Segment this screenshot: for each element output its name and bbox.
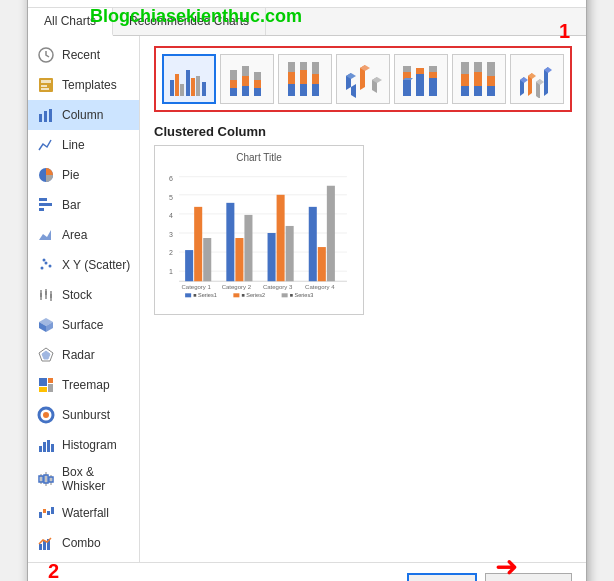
svg-rect-75 — [312, 84, 319, 96]
column-icon — [36, 105, 56, 125]
sunburst-icon — [36, 405, 56, 425]
sidebar-item-column[interactable]: Column — [28, 100, 139, 130]
svg-rect-35 — [43, 442, 46, 452]
chart-thumb-3d-column[interactable] — [510, 54, 564, 104]
sidebar-label-bar: Bar — [62, 198, 81, 212]
svg-rect-6 — [44, 111, 47, 122]
stock-icon — [36, 285, 56, 305]
svg-rect-30 — [48, 384, 53, 392]
sidebar-item-radar[interactable]: Radar — [28, 340, 139, 370]
sidebar-item-surface[interactable]: Surface — [28, 310, 139, 340]
sidebar-item-treemap[interactable]: Treemap — [28, 370, 139, 400]
svg-rect-135 — [318, 247, 326, 281]
chart-thumb-3d-100stacked[interactable] — [452, 54, 506, 104]
svg-rect-7 — [49, 109, 52, 122]
svg-rect-91 — [429, 66, 437, 72]
waterfall-icon — [36, 503, 56, 523]
sidebar-item-stock[interactable]: Stock — [28, 280, 139, 310]
svg-rect-10 — [39, 203, 52, 206]
sidebar-label-line: Line — [62, 138, 85, 152]
svg-rect-4 — [41, 88, 49, 90]
sidebar-item-recent[interactable]: Recent — [28, 40, 139, 70]
sidebar-label-histogram: Histogram — [62, 438, 117, 452]
sidebar-item-histogram[interactable]: Histogram — [28, 430, 139, 460]
svg-rect-123 — [194, 206, 202, 280]
sidebar-item-box[interactable]: Box & Whisker — [28, 460, 139, 498]
svg-text:■ Series3: ■ Series3 — [290, 292, 314, 298]
svg-rect-93 — [461, 74, 469, 86]
chart-type-selector — [154, 46, 572, 112]
svg-rect-56 — [196, 76, 200, 96]
radar-icon — [36, 345, 56, 365]
svg-rect-28 — [39, 378, 47, 386]
svg-rect-2 — [41, 80, 51, 83]
sidebar-item-xy[interactable]: X Y (Scatter) — [28, 250, 139, 280]
recent-icon — [36, 45, 56, 65]
chart-thumb-clustered[interactable] — [162, 54, 216, 104]
svg-rect-52 — [175, 74, 179, 96]
chart-thumb-3d-clustered[interactable] — [336, 54, 390, 104]
line-icon — [36, 135, 56, 155]
svg-rect-53 — [180, 84, 184, 96]
chart-thumb-100stacked[interactable] — [278, 54, 332, 104]
annotation-label-1: 1 — [559, 20, 570, 43]
svg-text:4: 4 — [169, 211, 173, 218]
svg-rect-88 — [416, 68, 424, 74]
svg-rect-51 — [170, 80, 174, 96]
sidebar-item-bar[interactable]: Bar — [28, 190, 139, 220]
sidebar-label-templates: Templates — [62, 78, 117, 92]
svg-rect-59 — [230, 80, 237, 88]
svg-rect-64 — [254, 72, 261, 80]
svg-rect-37 — [51, 444, 54, 452]
svg-rect-62 — [242, 76, 249, 86]
sidebar-label-radar: Radar — [62, 348, 95, 362]
svg-marker-12 — [39, 230, 51, 240]
svg-rect-68 — [288, 72, 295, 84]
svg-rect-67 — [288, 62, 295, 72]
svg-rect-89 — [429, 78, 437, 96]
sidebar-item-line[interactable]: Line — [28, 130, 139, 160]
sidebar-label-waterfall: Waterfall — [62, 506, 109, 520]
sidebar-item-combo[interactable]: Combo — [28, 528, 139, 558]
svg-rect-46 — [47, 511, 50, 515]
chart-type-sidebar: Recent Templates Column — [28, 36, 140, 562]
sidebar-label-combo: Combo — [62, 536, 101, 550]
svg-text:■ Series2: ■ Series2 — [241, 292, 265, 298]
svg-rect-22 — [50, 294, 52, 298]
svg-text:Category 3: Category 3 — [263, 284, 293, 290]
sidebar-item-pie[interactable]: Pie — [28, 160, 139, 190]
annotation-label-2: 2 — [48, 560, 59, 582]
insert-chart-dialog: Insert Chart ? ✕ All Charts Recommended … — [27, 0, 587, 581]
svg-rect-60 — [230, 88, 237, 96]
svg-rect-47 — [51, 507, 54, 514]
sidebar-label-surface: Surface — [62, 318, 103, 332]
svg-rect-57 — [202, 82, 206, 96]
svg-rect-90 — [429, 72, 437, 78]
sidebar-item-templates[interactable]: Templates — [28, 70, 139, 100]
ok-button[interactable]: OK — [407, 573, 477, 582]
svg-rect-49 — [43, 541, 46, 550]
svg-rect-61 — [242, 66, 249, 76]
sidebar-label-pie: Pie — [62, 168, 79, 182]
sidebar-item-sunburst[interactable]: Sunburst — [28, 400, 139, 430]
svg-rect-11 — [39, 208, 44, 211]
sidebar-label-column: Column — [62, 108, 103, 122]
svg-rect-130 — [268, 232, 276, 280]
sidebar-item-waterfall[interactable]: Waterfall — [28, 498, 139, 528]
surface-icon — [36, 315, 56, 335]
svg-rect-74 — [312, 74, 319, 84]
svg-rect-55 — [191, 78, 195, 96]
sidebar-label-treemap: Treemap — [62, 378, 110, 392]
histogram-icon — [36, 435, 56, 455]
sidebar-item-area[interactable]: Area — [28, 220, 139, 250]
chart-thumb-3d-stacked[interactable] — [394, 54, 448, 104]
chart-thumb-stacked[interactable] — [220, 54, 274, 104]
main-panel: 1 Clustered Column Chart Title 6 5 4 3 2… — [140, 36, 586, 562]
svg-marker-78 — [351, 84, 356, 98]
treemap-icon — [36, 375, 56, 395]
xy-icon — [36, 255, 56, 275]
svg-text:1: 1 — [169, 268, 173, 275]
preview-chart-svg: 6 5 4 3 2 1 — [161, 165, 357, 305]
svg-rect-29 — [48, 378, 53, 383]
sidebar-label-xy: X Y (Scatter) — [62, 258, 130, 272]
